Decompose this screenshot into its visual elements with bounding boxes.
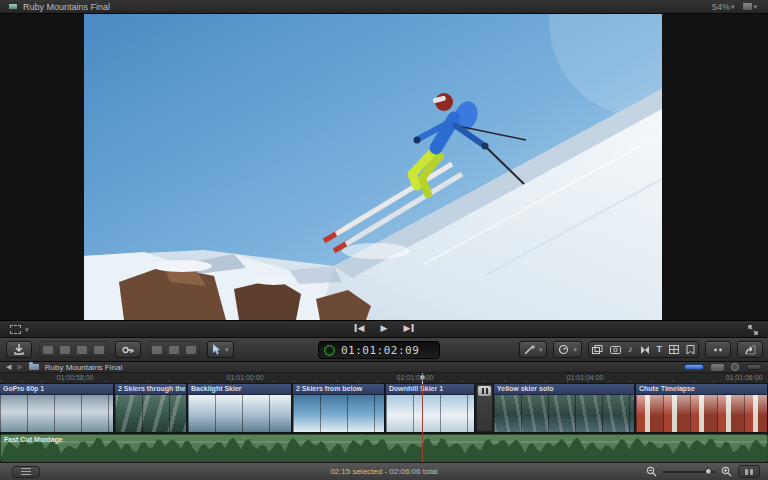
timeline-header: ◀ ▶ Ruby Mountains Final [0,362,768,373]
fcpx-window: Ruby Mountains Final 54% ▾ ▾ [0,0,768,480]
music-browser-icon[interactable]: ♪ [628,345,633,354]
play-button[interactable]: ▶ [381,323,388,333]
zoom-slider-thumb[interactable] [705,468,712,475]
transport-controls: ◀ ▶ ▶ [355,323,414,333]
timeline-clip[interactable]: 2 Skiers through the... [115,384,187,432]
timeline-clip[interactable]: Chute Timelapse [636,384,768,432]
clip-filmstrip [494,395,634,432]
enhancements-menu-button[interactable]: ▾ [519,341,548,358]
transition-clip[interactable] [476,384,493,432]
transform-crop-menu[interactable]: ▾ [10,325,29,334]
previous-frame-button[interactable]: ◀ [355,323,365,333]
play-icon: ▶ [381,323,388,333]
clip-name: Yellow skier solo [494,384,634,395]
prev-frame-icon: ◀ [358,323,365,333]
titles-browser-icon[interactable]: T [657,345,663,354]
chevron-down-icon: ▾ [731,3,735,11]
audio-clip[interactable]: Fast Cut Montage [0,434,768,462]
main-toolbar: ▾ 01:01:02:09 ▾ ▾ [0,338,768,362]
timeline-clip[interactable]: Yellow skier solo [494,384,635,432]
duration-status: 02:15 selected - 02:06:06 total [330,467,438,476]
project-icon [8,3,18,10]
project-folder-icon [29,364,39,370]
clip-name: Backlight Skier [188,384,291,395]
fullscreen-button[interactable] [748,325,758,335]
timeline-clip[interactable]: 2 Skiers from below [293,384,385,432]
dimmed-tool-icon[interactable] [94,346,104,354]
viewer-pane [0,14,768,320]
transitions-browser-icon[interactable] [640,345,650,355]
share-button[interactable] [737,341,763,358]
timeline-back-button[interactable]: ◀ [6,363,11,371]
inspector-dots-icon [713,346,723,354]
total-duration: 02:06:06 total [389,467,437,476]
dimmed-tool-icon[interactable] [60,346,70,354]
skimming-toggle[interactable] [684,364,704,370]
event-tools-group [39,341,108,358]
timeline-statusbar: 02:15 selected - 02:06:06 total [0,462,768,480]
viewer-zoom-menu[interactable]: 54% ▾ [709,2,738,12]
dimmed-tool-icon[interactable] [169,346,179,354]
dimmed-tool-icon[interactable] [77,346,87,354]
timeline-zoom-controls [646,465,760,478]
playhead[interactable] [418,373,427,462]
dimmed-tool-icon[interactable] [43,346,53,354]
media-browsers-group: ♪ T [588,341,699,358]
viewer-toolbar: ▾ ◀ ▶ ▶ [0,320,768,338]
timeline-clip[interactable]: Backlight Skier [188,384,292,432]
clip-filmstrip [636,395,767,432]
timeline-clip[interactable]: Downhill Skier 1 [386,384,475,432]
timecode-display: 01:01:02:09 [341,344,419,357]
solo-toggle[interactable] [731,363,739,371]
ruler-timecode: 01:01:06:00 [726,374,763,381]
effects-browser-icon[interactable] [592,345,603,355]
retime-menu-button[interactable]: ▾ [553,341,582,358]
clip-appearance-button[interactable] [738,465,760,478]
snapping-toggle[interactable] [746,364,762,370]
playhead-line [422,373,423,462]
ruler-timecode: 01:01:02:00 [397,374,434,381]
chevron-down-icon: ▾ [753,3,757,11]
dimmed-tool-icon[interactable] [152,346,162,354]
zoom-in-icon[interactable] [721,466,732,477]
audio-skimming-toggle[interactable] [711,364,724,371]
clip-filmstrip [0,395,113,432]
timeline-clip[interactable]: GoPro 60p 1 [0,384,114,432]
display-icon [743,3,752,10]
cursor-arrow-icon [212,344,221,355]
clip-filmstrip [386,395,474,432]
crop-icon [10,325,21,334]
clip-name: 2 Skiers from below [293,384,384,395]
dimmed-tool-icon[interactable] [186,346,196,354]
clip-filmstrip [188,395,291,432]
magic-wand-icon [524,345,535,355]
window-title: Ruby Mountains Final [23,2,110,12]
themes-browser-icon[interactable] [686,345,695,355]
viewer-zoom-value: 54% [712,2,730,12]
duration-separator: - [384,467,387,476]
clip-name: GoPro 60p 1 [0,384,113,395]
chevron-down-icon: ▾ [25,326,29,334]
select-tool-button[interactable]: ▾ [207,341,234,358]
generators-browser-icon[interactable] [669,345,679,354]
inspector-button[interactable] [705,341,731,358]
playhead-knob [419,374,426,381]
chevron-down-icon: ▾ [225,346,229,354]
timeline-project-title: Ruby Mountains Final [45,363,122,372]
timeline-forward-button[interactable]: ▶ [17,363,22,371]
next-frame-button[interactable]: ▶ [403,323,413,333]
photos-browser-icon[interactable] [610,345,621,354]
clip-marking-group [148,341,200,358]
dashboard[interactable]: 01:01:02:09 [318,341,440,359]
clip-filmstrip [115,395,186,432]
ruler-timecode: 01:01:04:00 [567,374,604,381]
timeline-zoom-slider[interactable] [663,471,715,473]
timeline-index-button[interactable] [12,466,40,478]
import-button[interactable] [6,341,32,358]
keyword-editor-button[interactable] [115,341,141,358]
ruler-timecode: 01:01:00:00 [227,374,264,381]
index-list-icon [21,468,31,475]
viewer-display-menu[interactable]: ▾ [740,3,760,11]
timeline-ruler[interactable]: 01:00:58:00 01:01:00:00 01:01:02:00 01:0… [0,373,768,384]
zoom-out-icon[interactable] [646,466,657,477]
